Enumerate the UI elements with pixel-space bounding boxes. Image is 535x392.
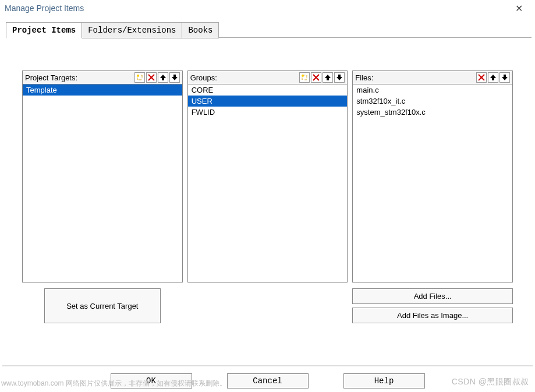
column-targets-header: Project Targets: bbox=[22, 70, 183, 84]
delete-icon bbox=[148, 74, 155, 81]
column-files: Files: main.c stm32f10x_it.c system_stm bbox=[352, 70, 513, 282]
files-movedown-button[interactable] bbox=[499, 72, 510, 83]
column-groups-label: Groups: bbox=[190, 73, 217, 82]
files-toolbar bbox=[476, 72, 510, 83]
columns-row: Project Targets: Tem bbox=[22, 70, 513, 282]
arrow-up-icon bbox=[324, 74, 331, 81]
svg-point-1 bbox=[137, 75, 139, 77]
list-item[interactable]: main.c bbox=[353, 84, 512, 96]
add-files-as-image-button[interactable]: Add Files as Image... bbox=[352, 308, 513, 323]
files-listbox[interactable]: main.c stm32f10x_it.c system_stm32f10x.c bbox=[352, 84, 513, 282]
list-item[interactable]: stm32f10x_it.c bbox=[353, 96, 512, 107]
targets-new-button[interactable] bbox=[134, 72, 145, 83]
files-delete-button[interactable] bbox=[476, 72, 487, 83]
list-item[interactable]: Template bbox=[23, 84, 182, 96]
below-groups bbox=[187, 288, 348, 323]
column-groups: Groups: CORE bbox=[187, 70, 348, 282]
close-button[interactable]: ✕ bbox=[507, 3, 530, 14]
tab-folders-extensions[interactable]: Folders/Extensions bbox=[82, 22, 182, 38]
below-columns: Set as Current Target Add Files... Add F… bbox=[22, 288, 513, 323]
arrow-down-icon bbox=[336, 74, 343, 81]
list-item[interactable]: USER bbox=[188, 96, 348, 107]
groups-delete-button[interactable] bbox=[311, 72, 321, 83]
arrow-down-icon bbox=[171, 74, 178, 81]
groups-listbox[interactable]: CORE USER FWLID bbox=[187, 84, 348, 282]
new-icon bbox=[301, 74, 308, 81]
list-item[interactable]: system_stm32f10x.c bbox=[353, 107, 512, 118]
help-button[interactable]: Help bbox=[343, 373, 425, 389]
arrow-up-icon bbox=[490, 74, 497, 81]
cancel-button[interactable]: Cancel bbox=[227, 373, 309, 389]
below-files: Add Files... Add Files as Image... bbox=[352, 288, 513, 323]
tab-books[interactable]: Books bbox=[182, 22, 219, 38]
titlebar: Manage Project Items ✕ bbox=[0, 0, 535, 16]
targets-moveup-button[interactable] bbox=[158, 72, 168, 83]
watermark-right: CSDN @黑眼圈叔叔 bbox=[452, 377, 529, 387]
new-icon bbox=[136, 74, 143, 81]
column-targets-label: Project Targets: bbox=[25, 73, 77, 82]
tab-project-items[interactable]: Project Items bbox=[6, 22, 82, 38]
column-files-header: Files: bbox=[352, 70, 513, 84]
tabstrip: Project Items Folders/Extensions Books bbox=[0, 16, 535, 38]
set-current-target-button[interactable]: Set as Current Target bbox=[44, 288, 161, 323]
svg-point-5 bbox=[302, 75, 304, 77]
arrow-down-icon bbox=[501, 74, 508, 81]
targets-toolbar bbox=[134, 72, 180, 83]
groups-toolbar bbox=[299, 72, 345, 83]
column-groups-header: Groups: bbox=[187, 70, 348, 84]
tab-panel: Project Targets: Tem bbox=[6, 41, 529, 335]
column-targets: Project Targets: Tem bbox=[22, 70, 183, 282]
files-moveup-button[interactable] bbox=[488, 72, 498, 83]
delete-icon bbox=[478, 74, 485, 81]
arrow-up-icon bbox=[160, 74, 166, 81]
targets-delete-button[interactable] bbox=[146, 72, 157, 83]
column-files-label: Files: bbox=[355, 73, 373, 82]
targets-movedown-button[interactable] bbox=[169, 72, 180, 83]
watermark-left: www.toymoban.com 网络图片仅供展示，非存储，如有侵权请联系删除。 bbox=[1, 379, 226, 389]
add-files-button[interactable]: Add Files... bbox=[352, 288, 513, 304]
delete-icon bbox=[313, 74, 320, 81]
groups-new-button[interactable] bbox=[299, 72, 310, 83]
groups-movedown-button[interactable] bbox=[334, 72, 345, 83]
groups-moveup-button[interactable] bbox=[323, 72, 333, 83]
list-item[interactable]: CORE bbox=[188, 84, 348, 96]
window-title: Manage Project Items bbox=[5, 3, 84, 13]
list-item[interactable]: FWLID bbox=[188, 107, 348, 118]
targets-listbox[interactable]: Template bbox=[22, 84, 183, 282]
below-targets: Set as Current Target bbox=[22, 288, 183, 323]
